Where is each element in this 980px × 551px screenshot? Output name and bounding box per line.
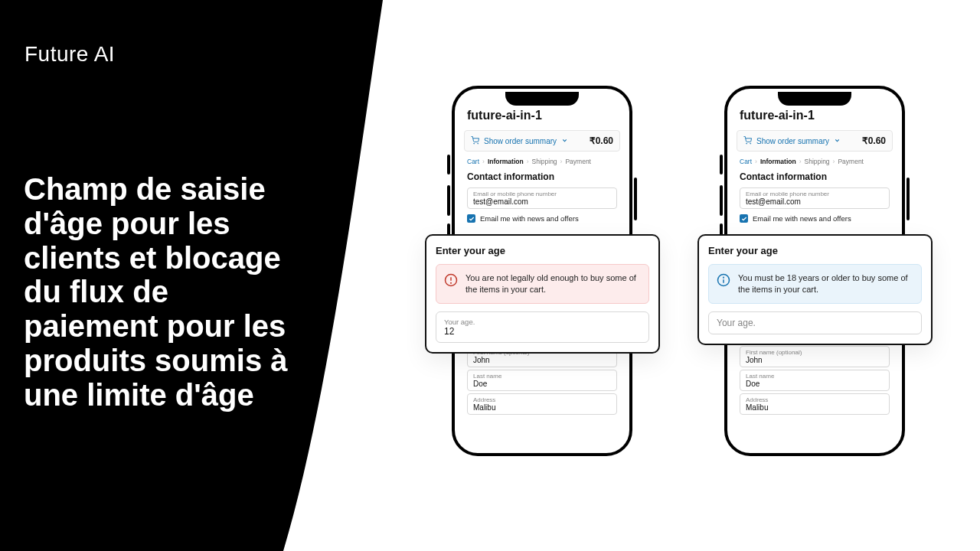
phone-mockups: future-ai-in-1 Show order summary ₹0.60 <box>413 77 965 474</box>
order-summary-toggle[interactable]: Show order summary ₹0.60 <box>464 130 620 152</box>
crumb-information: Information <box>488 158 524 165</box>
phone-side-button <box>720 155 723 174</box>
age-value: 12 <box>444 326 641 337</box>
news-checkbox-label: Email me with news and offers <box>753 214 851 223</box>
news-checkbox-row[interactable]: Email me with news and offers <box>458 211 626 226</box>
age-overlay-error: Enter your age You are not legally old e… <box>425 234 660 354</box>
alert-info: You must be 18 years or older to buy som… <box>708 264 922 304</box>
overlay-title: Enter your age <box>708 245 922 256</box>
cart-icon <box>471 136 479 146</box>
crumb-cart[interactable]: Cart <box>740 158 752 165</box>
lastname-label: Last name <box>473 373 611 380</box>
breadcrumb: Cart› Information› Shipping› Payment <box>458 155 626 170</box>
phone-side-button <box>906 178 910 220</box>
firstname-label: First name (optional) <box>746 349 884 356</box>
alert-error-icon <box>444 273 458 287</box>
lastname-label: Last name <box>746 373 884 380</box>
address-value: Malibu <box>746 403 884 412</box>
order-summary-label: Show order summary <box>756 137 829 145</box>
firstname-field[interactable]: First name (optional) John <box>740 346 890 367</box>
email-value: test@email.com <box>473 197 611 206</box>
breadcrumb: Cart› Information› Shipping› Payment <box>730 155 899 170</box>
lastname-value: Doe <box>746 380 884 388</box>
svg-point-1 <box>478 143 479 144</box>
address-label: Address <box>473 396 611 403</box>
phone-notch <box>778 92 851 106</box>
crumb-payment: Payment <box>838 158 864 165</box>
news-checkbox-label: Email me with news and offers <box>480 214 579 223</box>
order-total: ₹0.60 <box>590 135 613 146</box>
svg-point-3 <box>750 143 751 144</box>
contact-heading: Contact information <box>730 170 899 185</box>
overlay-title: Enter your age <box>436 245 649 256</box>
phone-notch <box>505 92 579 106</box>
checkbox-checked-icon <box>467 214 475 223</box>
lastname-value: Doe <box>473 380 611 388</box>
age-overlay-info: Enter your age You must be 18 years or o… <box>697 234 933 345</box>
crumb-shipping: Shipping <box>805 158 830 165</box>
alert-error: You are not legally old enough to buy so… <box>436 264 649 304</box>
email-label: Email or mobile phone number <box>473 191 611 197</box>
chevron-down-icon <box>834 137 841 145</box>
alert-message: You must be 18 years or older to buy som… <box>738 272 913 295</box>
phone-side-button <box>447 155 450 174</box>
order-summary-toggle[interactable]: Show order summary ₹0.60 <box>737 130 893 152</box>
checkbox-checked-icon <box>740 214 748 223</box>
firstname-value: John <box>473 356 611 364</box>
phone-side-button <box>634 178 637 220</box>
alert-info-icon <box>717 273 730 287</box>
age-placeholder: Your age. <box>717 318 913 328</box>
email-field[interactable]: Email or mobile phone number test@email.… <box>740 187 890 209</box>
brand-logo: Future AI <box>24 42 115 67</box>
cart-icon <box>743 136 752 146</box>
address-field[interactable]: Address Malibu <box>467 393 617 415</box>
age-input[interactable]: Your age. <box>708 311 922 334</box>
email-field[interactable]: Email or mobile phone number test@email.… <box>467 187 617 209</box>
email-label: Email or mobile phone number <box>746 191 884 197</box>
address-field[interactable]: Address Malibu <box>740 393 890 415</box>
lastname-field[interactable]: Last name Doe <box>740 370 890 391</box>
phone-side-button <box>720 185 723 216</box>
contact-heading: Contact information <box>458 170 626 185</box>
svg-point-0 <box>474 143 475 144</box>
lastname-field[interactable]: Last name Doe <box>467 370 617 391</box>
alert-message: You are not legally old enough to buy so… <box>466 272 641 295</box>
crumb-payment: Payment <box>565 158 591 165</box>
firstname-value: John <box>746 356 884 364</box>
chevron-down-icon <box>561 137 568 145</box>
svg-point-2 <box>746 143 747 144</box>
headline-text: Champ de saisie d'âge pour les clients e… <box>24 172 299 412</box>
phone-side-button <box>447 185 450 216</box>
crumb-information: Information <box>760 158 796 165</box>
news-checkbox-row[interactable]: Email me with news and offers <box>730 211 899 226</box>
svg-point-9 <box>724 277 724 278</box>
crumb-cart[interactable]: Cart <box>467 158 479 165</box>
order-total: ₹0.60 <box>862 135 886 146</box>
age-input[interactable]: Your age. 12 <box>436 311 649 343</box>
address-label: Address <box>746 396 884 403</box>
address-value: Malibu <box>473 403 611 412</box>
promo-slide: Future AI Champ de saisie d'âge pour les… <box>0 0 980 551</box>
age-label: Your age. <box>444 318 641 326</box>
email-value: test@email.com <box>746 197 884 206</box>
crumb-shipping: Shipping <box>532 158 557 165</box>
svg-point-6 <box>451 282 452 283</box>
order-summary-label: Show order summary <box>484 137 557 145</box>
